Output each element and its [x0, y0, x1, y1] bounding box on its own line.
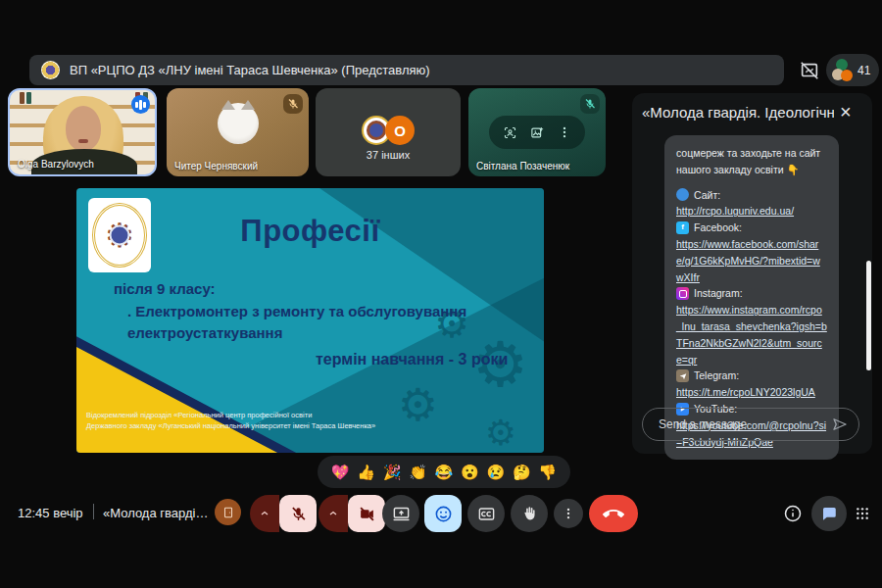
instagram-link[interactable]: https://www.instagram.com/rcpo_lnu_taras… [676, 302, 827, 368]
chat-input-container [642, 408, 859, 441]
reaction-thumbs-up[interactable]: 👍 [357, 465, 375, 479]
chat-panel-title: «Молода гвардія. Ідеологічний ... [642, 104, 834, 121]
chat-message-line: нашого закладу освіти 👇 [676, 162, 827, 178]
link-label: Сайт: [694, 187, 720, 204]
video-tile-olga[interactable]: Olga Barzylovych [8, 88, 157, 176]
captions-button[interactable] [467, 495, 505, 532]
facebook-link[interactable]: https://www.facebook.com/share/g/1G6kKpM… [676, 236, 827, 285]
tile-name-label: Світлана Позаченюк [476, 161, 569, 172]
mic-mute-button[interactable] [279, 495, 317, 532]
mic-muted-icon [580, 94, 600, 114]
raise-hand-button[interactable] [511, 495, 548, 532]
focus-tile-icon[interactable] [503, 125, 517, 140]
video-tile-svitlana[interactable]: Світлана Позаченюк [468, 88, 606, 176]
telegram-icon [676, 369, 689, 382]
participant-count: 41 [858, 64, 870, 77]
chat-message-input[interactable] [657, 416, 831, 432]
mic-control-group [250, 495, 317, 532]
chat-message-line: соцмереж та заходьте на сайт [676, 145, 827, 162]
slide-profession-line: . Електромонтер з ремонту та обслуговува… [127, 303, 466, 319]
divider [93, 504, 94, 519]
meeting-title-pill: ВП «РЦПО ДЗ «ЛНУ імені Тараса Шевченка» … [29, 55, 784, 85]
slide-footer: Відокремлений підрозділ «Регіональний це… [86, 410, 375, 432]
meeting-details-button[interactable] [781, 502, 805, 525]
instagram-icon [676, 287, 689, 300]
camera-control-group [318, 495, 385, 532]
chat-scrollbar[interactable] [866, 261, 871, 370]
meeting-name-label: «Молода гвардія. Ід... [103, 506, 211, 520]
link-label: Instagram: [694, 285, 743, 302]
meet-window: ВП «РЦПО ДЗ «ЛНУ імені Тараса Шевченка» … [0, 0, 882, 588]
reaction-clap[interactable]: 👏 [409, 465, 427, 479]
link-label: Telegram: [694, 368, 739, 384]
present-screen-button[interactable] [382, 495, 419, 532]
reaction-heart[interactable]: 💖 [331, 465, 350, 479]
camera-off-button[interactable] [348, 495, 385, 532]
reaction-party[interactable]: 🎉 [383, 465, 402, 479]
reaction-thinking[interactable]: 🤔 [513, 465, 531, 479]
website-link[interactable]: http://rcpo.luguniv.edu.ua/ [676, 203, 827, 220]
reaction-laugh[interactable]: 😂 [435, 465, 454, 479]
slide-subtitle: після 9 класу: [114, 280, 216, 297]
website-icon [676, 188, 689, 201]
participant-avatars [832, 59, 854, 82]
clock-label: 12:45 вечір [18, 506, 83, 520]
reaction-thumbs-down[interactable]: 👎 [538, 465, 557, 479]
reactions-bar: 💖 👍 🎉 👏 😂 😮 😢 🤔 👎 [318, 456, 570, 488]
camera-options-chevron[interactable] [318, 495, 348, 532]
slide-duration-line: термін навчання - 3 роки [316, 351, 508, 368]
more-options-button[interactable] [554, 499, 583, 528]
tile-more-options-icon[interactable] [558, 125, 571, 139]
video-tile-others[interactable]: O 37 інших [316, 88, 461, 176]
facebook-icon: f [676, 221, 689, 234]
others-count-label: 37 інших [316, 149, 461, 161]
send-message-icon[interactable] [831, 416, 849, 433]
participants-button[interactable]: 41 [826, 54, 879, 86]
door-extension-icon[interactable] [215, 499, 241, 525]
slide-title: Професії [76, 214, 544, 249]
slide-profession-line: електроустаткування [127, 324, 282, 341]
tile-name-label: Читер Чернявский [174, 161, 258, 172]
telegram-link[interactable]: https://t.me/rcpoLNY2023lgUA [676, 384, 827, 401]
end-call-button[interactable] [589, 495, 638, 532]
video-tile-chyter[interactable]: Читер Чернявский [167, 88, 309, 176]
add-to-view-icon[interactable] [530, 125, 545, 140]
reaction-sad[interactable]: 😢 [486, 465, 505, 479]
close-icon[interactable]: × [840, 101, 852, 123]
gear-decoration-icon: ⚙ [398, 382, 438, 427]
organization-logo-icon [41, 61, 60, 79]
link-label: Facebook: [694, 220, 742, 236]
reactions-button[interactable] [424, 495, 462, 532]
stacked-avatars: O [362, 116, 415, 145]
reaction-surprised[interactable]: 😮 [461, 465, 479, 479]
cat-avatar [218, 103, 259, 144]
mic-options-chevron[interactable] [250, 495, 279, 532]
gear-decoration-icon: ⚙ [485, 416, 516, 451]
letter-avatar: O [385, 116, 415, 145]
whiteboard-off-icon[interactable] [796, 57, 823, 84]
meeting-title: ВП «РЦПО ДЗ «ЛНУ імені Тараса Шевченка» … [70, 63, 430, 77]
tile-hover-actions [489, 116, 585, 149]
speaking-indicator-icon [131, 95, 150, 114]
activities-button[interactable] [851, 502, 874, 525]
presented-slide: ⚙ ⚙ ⚙ ⚙ ⚙ Професії після 9 класу: . Елек… [76, 188, 544, 453]
tile-name-label: Olga Barzylovych [18, 159, 94, 170]
chat-toggle-button[interactable] [811, 496, 847, 531]
mic-muted-icon [283, 94, 303, 114]
